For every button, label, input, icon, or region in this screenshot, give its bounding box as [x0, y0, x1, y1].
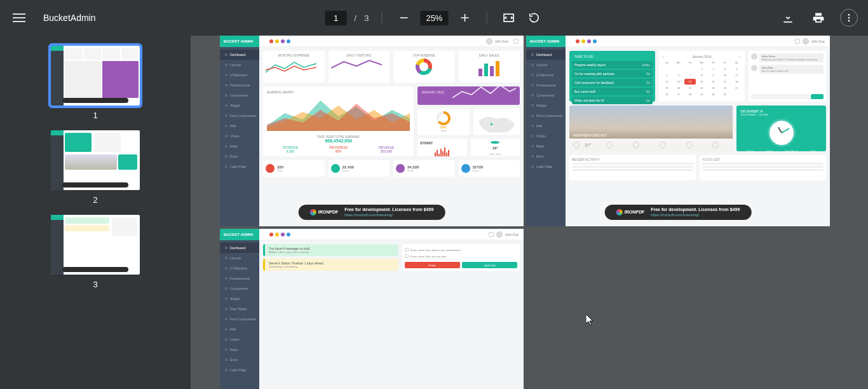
- chat-input: [751, 94, 810, 99]
- nav-dashboard: Dashboard: [220, 50, 259, 60]
- svg-point-8: [848, 17, 850, 19]
- thumbnail-label: 3: [93, 280, 97, 289]
- notifications-card: You have 4 message on holdMailbox, inbox…: [263, 244, 398, 271]
- nav-item: Components: [526, 90, 566, 100]
- checkbox-icon: [405, 254, 409, 258]
- weather-icon: [686, 142, 693, 148]
- clock-card: DECEMBER 14 2014 FRIDAY · 7:53 PM Taiwan…: [736, 106, 826, 151]
- thumbnail-page-1[interactable]: [51, 46, 140, 106]
- donut-chart-icon: [416, 58, 432, 75]
- stat-card: 32720Users: [459, 160, 520, 177]
- clock-face-icon: [768, 119, 796, 147]
- divider: [486, 11, 487, 24]
- nav-item: Widget: [220, 100, 259, 111]
- download-button[interactable]: [779, 9, 797, 27]
- svg-rect-1: [13, 17, 25, 18]
- send-button: [811, 94, 824, 99]
- zoom-in-button[interactable]: [456, 9, 473, 27]
- nav-item: UI Elements: [220, 263, 259, 273]
- avatar-icon: [496, 231, 503, 238]
- rotate-button[interactable]: [525, 9, 543, 27]
- checkbox-icon: [405, 248, 409, 252]
- svg-rect-0: [13, 13, 25, 15]
- recent-activity-card: RECENT ACTIVITY: [569, 155, 696, 181]
- pdf-toolbar: BucketAdmin / 3: [0, 0, 868, 36]
- pdf-page-1: BUCKET ADMIN Dashboard Layouts UI Elemen…: [220, 36, 524, 226]
- weather-card: 18° New York: [471, 139, 520, 156]
- ironpdf-logo-icon: [616, 209, 623, 215]
- goal-card: 65% Goal: [417, 109, 469, 135]
- nav-item: Login Page: [220, 161, 259, 172]
- card-monthly-expense: MONTHLY EXPENSE: [263, 51, 325, 83]
- print-button[interactable]: [810, 9, 827, 27]
- total-pages: 3: [364, 13, 369, 23]
- circle-icon: [396, 164, 405, 173]
- weather-icon: [660, 142, 666, 148]
- dashboard-sidebar: BUCKET ADMIN Dashboard Layouts UI Elemen…: [220, 36, 259, 226]
- january-card: JANUARY 2013: [417, 86, 520, 105]
- zoom-out-button[interactable]: [395, 9, 412, 27]
- page-viewport[interactable]: BUCKET ADMIN Dashboard Layouts UI Elemen…: [191, 36, 868, 389]
- dashboard-topbar: John Doe: [259, 229, 524, 240]
- svg-point-7: [848, 14, 850, 16]
- svg-rect-2: [13, 21, 25, 22]
- nav-item: Fontawesome: [220, 273, 259, 283]
- fit-page-button[interactable]: [499, 9, 517, 27]
- tasks-card: TASK TO DO Prepare weekly reporttoday Go…: [569, 51, 655, 102]
- todo-card: Donec quam felis, ultricies nec, pellent…: [402, 244, 520, 271]
- map-card: [473, 109, 520, 135]
- menu-icon[interactable]: [10, 9, 28, 27]
- chat-card: John CarryHello are you there? I've been…: [749, 51, 826, 102]
- brand-logo: BUCKET ADMIN: [220, 36, 259, 47]
- thumbnail-page-3[interactable]: [51, 215, 140, 275]
- nav-item: Charts: [526, 131, 566, 141]
- weather-icon: [573, 142, 580, 148]
- nav-item: Layouts: [220, 60, 259, 70]
- circle-icon: [266, 164, 275, 173]
- thumbnail-page-2[interactable]: [51, 130, 140, 190]
- weather-icon: [633, 142, 639, 148]
- nav-item: Extra: [220, 355, 259, 365]
- user-menu: John Doe: [486, 38, 519, 44]
- avatar-icon: [486, 38, 492, 44]
- pdf-page-2: BUCKET ADMIN Dashboard Layouts UI Elemen…: [526, 36, 830, 226]
- brand-logo: BUCKET ADMIN: [220, 229, 259, 240]
- weather-forecast-card: WEATHER FORECAST 37°: [569, 106, 733, 151]
- page-number-input[interactable]: [325, 11, 347, 25]
- nav-item: Extra: [220, 151, 259, 161]
- user-menu: John Doe: [792, 38, 825, 44]
- zoom-input[interactable]: [420, 11, 448, 25]
- svg-rect-5: [465, 14, 466, 22]
- svg-point-10: [490, 123, 492, 125]
- notification-dots: [269, 233, 290, 236]
- dashboard-topbar: John Doe: [566, 36, 830, 47]
- card-top-adsense: TOP ADSENSE: [393, 51, 455, 83]
- nav-item: Maps: [220, 141, 259, 151]
- thumbnail-sidebar[interactable]: 1 2 3: [0, 36, 191, 389]
- todo-list-card: TO DO LIST: [700, 155, 826, 181]
- nav-item: Widget: [220, 294, 259, 304]
- nav-item: Login Page: [526, 161, 566, 172]
- nav-item: Login Page: [220, 365, 259, 375]
- nav-item: Components: [220, 90, 259, 100]
- ironpdf-watermark: IRONPDF Free for development. Licenses f…: [299, 205, 445, 220]
- document-title: BucketAdmin: [43, 13, 95, 23]
- nav-item: Layouts: [526, 60, 566, 70]
- pdf-page-3: BUCKET ADMIN Dashboard Layouts UI Elemen…: [220, 229, 524, 389]
- nav-item: Mail: [526, 121, 566, 131]
- earning-graph-card: EARNING GRAPH THIS YEAR TOTAL EARNING 96…: [263, 86, 414, 156]
- more-options-button[interactable]: [840, 9, 858, 27]
- user-name: John Doe: [505, 233, 519, 236]
- calendar-card: ‹January 2014› SuMoTuWeThFrSa12345678910…: [659, 51, 745, 102]
- nav-dashboard: Dashboard: [526, 50, 566, 60]
- dashboard-topbar: John Doe: [259, 36, 524, 47]
- nav-item: Maps: [526, 141, 566, 151]
- bar-chart-icon: [461, 58, 518, 76]
- stat-card: 22,450Sales: [329, 160, 390, 177]
- dashboard-sidebar: BUCKET ADMIN Dashboard Layouts UI Elemen…: [526, 36, 566, 226]
- card-daily-sales: DAILY SALES: [459, 51, 520, 83]
- gear-icon: [513, 39, 519, 44]
- user-menu: John Doe: [486, 231, 519, 238]
- svg-rect-3: [400, 17, 407, 18]
- nav-item: Charts: [220, 334, 259, 345]
